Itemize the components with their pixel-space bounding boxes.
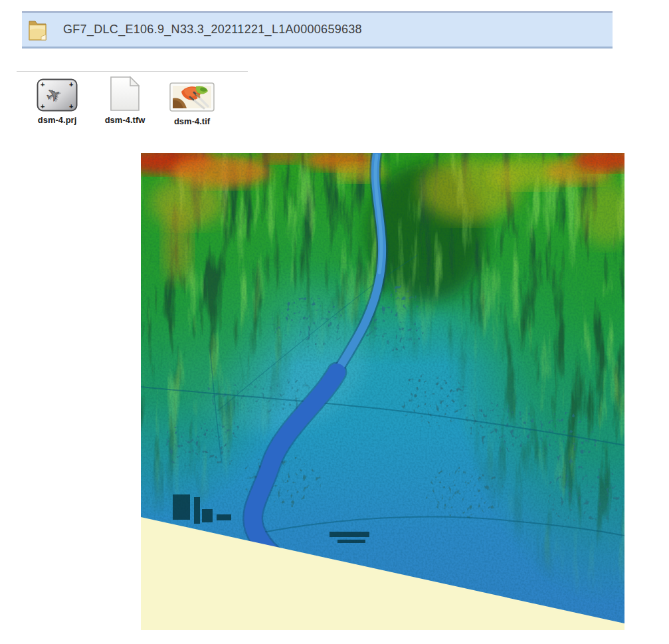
file-label: dsm-4.tfw (105, 115, 145, 125)
explorer-page: GF7_DLC_E106.9_N33.3_20211221_L1A0000659… (0, 0, 669, 644)
dsm-preview-image (141, 153, 624, 630)
folder-name-label: GF7_DLC_E106.9_N33.3_20211221_L1A0000659… (63, 23, 362, 37)
file-item-dsm4-tif[interactable]: dsm-4.tif (163, 74, 221, 126)
folder-icon (28, 17, 48, 43)
file-label: dsm-4.prj (38, 115, 77, 125)
svg-text:+: + (69, 80, 73, 88)
projection-file-icon: + + + + ✈ ✈ (37, 78, 78, 112)
file-item-dsm4-prj[interactable]: + + + + ✈ ✈ dsm-4.prj (31, 74, 84, 125)
svg-text:+: + (69, 102, 73, 110)
tiff-thumbnail-icon (169, 82, 215, 112)
file-label: dsm-4.tif (174, 116, 210, 126)
folder-item-row[interactable]: GF7_DLC_E106.9_N33.3_20211221_L1A0000659… (22, 11, 613, 49)
world-file-icon (110, 76, 140, 112)
svg-text:+: + (41, 102, 45, 110)
files-divider (17, 71, 248, 72)
file-item-dsm4-tfw[interactable]: dsm-4.tfw (98, 74, 151, 125)
svg-text:+: + (41, 80, 45, 88)
dsm-hillshade-svg (141, 153, 624, 630)
